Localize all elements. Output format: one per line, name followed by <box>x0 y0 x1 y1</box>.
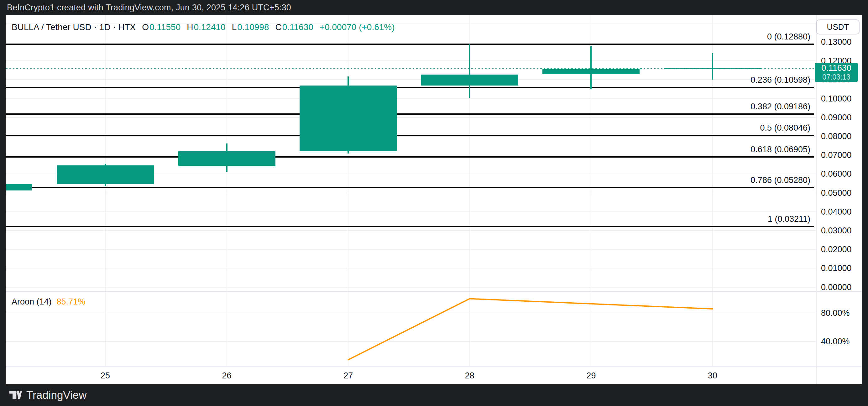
brand-bar: TradingView <box>0 384 868 406</box>
current-price-tag: 0.11630 07:03:13 <box>815 63 858 82</box>
candle-28[interactable] <box>421 74 518 86</box>
time-axis-label: 26 <box>202 371 252 381</box>
candle-wick-high <box>712 53 713 68</box>
candle-wick-low <box>469 86 470 98</box>
fib-level-label: 1 (0.03211) <box>6 214 810 224</box>
price-axis-label: 0.06000 <box>821 169 865 179</box>
time-axis-label: 28 <box>445 371 495 381</box>
time-axis-label: 27 <box>323 371 373 381</box>
attribution-bar: BeInCrypto1 created with TradingView.com… <box>0 0 868 15</box>
tradingview-logo-icon <box>9 389 22 401</box>
candle-wick-low <box>590 74 592 89</box>
fib-level-label: 0.236 (0.10598) <box>6 75 810 85</box>
fib-level-label: 0 (0.12880) <box>6 32 810 42</box>
aroon-axis-label: 80.00% <box>821 308 865 318</box>
low-value: 0.10998 <box>237 22 269 32</box>
price-axis-label: 0.04000 <box>821 207 865 217</box>
low-label: L <box>232 22 237 32</box>
candle-29[interactable] <box>542 69 640 74</box>
high-value: 0.12410 <box>194 22 225 32</box>
fib-level-label: 0.618 (0.06905) <box>6 145 810 154</box>
aroon-pane[interactable] <box>6 291 816 366</box>
current-price-value: 0.11630 <box>821 63 851 73</box>
price-axis-label: 0.08000 <box>821 131 865 141</box>
candle-wick-high <box>226 144 227 151</box>
candle-wick-high <box>590 46 592 69</box>
fib-level-line[interactable] <box>6 187 814 188</box>
close-label: C <box>275 22 281 32</box>
price-axis-label: 0.02000 <box>821 244 865 254</box>
gridline-horizontal <box>6 212 816 212</box>
price-axis-label: 0.05000 <box>821 188 865 198</box>
open-value: 0.11550 <box>150 22 181 32</box>
candle-26[interactable] <box>178 151 275 166</box>
price-axis-label: 0.07000 <box>821 150 865 160</box>
price-axis-label: 0.00000 <box>821 282 865 292</box>
price-axis-label: 0.13000 <box>821 37 865 47</box>
gridline-horizontal <box>6 98 816 99</box>
tradingview-snapshot: 0 (0.12880)0.236 (0.10598)0.382 (0.09186… <box>0 0 868 406</box>
symbol-legend: BULLA / Tether USD · 1D · HTX O0.11550 H… <box>11 22 395 33</box>
fib-level-line[interactable] <box>6 43 814 45</box>
fib-level-label: 0.5 (0.08046) <box>6 123 810 133</box>
symbol-title[interactable]: BULLA / Tether USD · 1D · HTX <box>11 22 136 32</box>
fib-level-line[interactable] <box>6 135 814 136</box>
fib-level-line[interactable] <box>6 87 814 88</box>
pane-separator[interactable] <box>6 291 862 292</box>
aroon-current-value: 85.71% <box>57 297 86 307</box>
gridline-horizontal <box>6 136 816 136</box>
price-axis-label: 0.09000 <box>821 113 865 123</box>
price-axis-label: 0.10000 <box>821 94 865 104</box>
open-label: O <box>142 22 149 32</box>
high-label: H <box>187 22 193 32</box>
gridline-horizontal <box>6 155 816 155</box>
time-axis-label: 25 <box>80 371 130 381</box>
gridline-horizontal <box>6 117 816 118</box>
aroon-axis-label: 40.00% <box>821 337 865 346</box>
candle-wick-low <box>105 184 106 186</box>
time-axis[interactable]: 252627282930 <box>6 366 816 384</box>
aroon-title[interactable]: Aroon (14) <box>11 297 52 307</box>
fib-level-line[interactable] <box>6 156 814 158</box>
gridline-horizontal <box>6 268 816 269</box>
candle-27[interactable] <box>300 86 397 151</box>
candle-30[interactable] <box>664 68 761 69</box>
price-pane[interactable]: 0 (0.12880)0.236 (0.10598)0.382 (0.09186… <box>6 15 816 291</box>
fib-level-label: 0.382 (0.09186) <box>6 101 810 112</box>
candle-wick-high <box>469 44 470 74</box>
time-axis-label: 29 <box>566 371 616 381</box>
gridline-horizontal <box>6 60 816 61</box>
candle-wick-low <box>226 166 227 172</box>
candle-25[interactable] <box>57 165 154 184</box>
price-axis-label: 0.03000 <box>821 225 865 236</box>
gridline-horizontal <box>6 287 816 288</box>
currency-toggle-button[interactable]: USDT <box>816 20 860 34</box>
price-axis-label: 0.01000 <box>821 263 865 273</box>
candle-wick-high <box>347 76 349 86</box>
gridline-horizontal <box>6 42 816 42</box>
change-value: +0.00070 (+0.61%) <box>320 22 395 32</box>
close-value: 0.11630 <box>282 22 313 32</box>
gridline-horizontal <box>6 249 816 250</box>
candle-wick-low <box>347 151 349 154</box>
frame-right-border <box>862 0 868 406</box>
gridline-horizontal <box>6 230 816 231</box>
frame-left-border <box>0 0 6 406</box>
gridline-horizontal <box>6 193 816 193</box>
bar-countdown: 07:03:13 <box>822 73 850 82</box>
fib-level-line[interactable] <box>6 114 814 115</box>
time-axis-label: 30 <box>687 371 738 381</box>
candle-24[interactable] <box>6 184 32 190</box>
aroon-legend: Aroon (14) 85.71% <box>11 296 85 307</box>
candle-wick-low <box>712 69 713 80</box>
aroon-line[interactable] <box>6 291 816 366</box>
tradingview-brand-text: TradingView <box>26 389 87 401</box>
attribution-text: BeInCrypto1 created with TradingView.com… <box>7 3 291 12</box>
fib-level-line[interactable] <box>6 226 814 227</box>
